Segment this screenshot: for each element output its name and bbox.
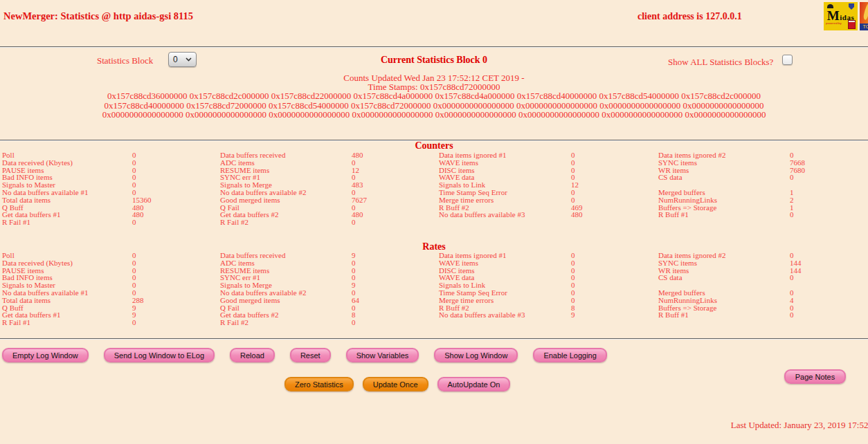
midas-logo[interactable]: Midas powered by [824, 2, 858, 30]
stat-value [790, 319, 863, 326]
zero-statistics-button[interactable]: Zero Statistics [284, 377, 354, 391]
reload-button[interactable]: Reload [230, 348, 275, 362]
stat-value: 0 [352, 159, 439, 167]
stat-value: 12 [571, 181, 658, 189]
stat-label: SYNC items [658, 159, 790, 167]
stat-value: 0 [132, 252, 220, 259]
stat-value: 9 [132, 304, 220, 312]
stat-value: 480 [132, 211, 220, 219]
timestamps-line: 0x157c88cd40000000 0x157c88cd72000000 0x… [0, 101, 868, 110]
feather-icon [863, 3, 868, 21]
show-variables-button[interactable]: Show Variables [346, 348, 419, 362]
stat-value: 480 [132, 204, 220, 212]
stat-value: 0 [571, 167, 658, 174]
stat-value: 0 [790, 274, 863, 281]
timestamps-line: 0x157c88cd36000000 0x157c88cd2c000000 0x… [0, 91, 868, 100]
stat-value: 0 [790, 289, 863, 297]
stat-label [439, 219, 571, 226]
stat-label: R Fail #2 [220, 319, 352, 326]
stat-label: Data received (Kbytes) [2, 159, 132, 167]
stat-value: 0 [571, 259, 658, 267]
stat-label: No data buffers available #3 [439, 311, 571, 319]
stat-value: 0 [132, 167, 220, 174]
stat-value [790, 281, 863, 289]
enable-logging-button[interactable]: Enable Logging [533, 348, 606, 362]
stat-label: Merge time errors [439, 196, 571, 204]
stat-value: 1 [790, 204, 863, 212]
stat-value: 8 [571, 304, 658, 312]
powered-by-text: powered by [826, 21, 842, 25]
stat-value: 9 [132, 311, 220, 319]
stat-value: 0 [571, 151, 658, 159]
stat-value: 0 [571, 252, 658, 259]
header-divider [0, 46, 868, 48]
tcl-logo[interactable]: TCL [860, 2, 868, 30]
stat-value: 0 [352, 274, 439, 281]
update-once-button[interactable]: Update Once [363, 377, 428, 391]
stat-value: 15360 [132, 196, 220, 204]
stat-value: 0 [571, 297, 658, 304]
stat-label: WAVE items [439, 159, 571, 167]
stat-value: 0 [790, 304, 863, 312]
stat-value: 0 [132, 174, 220, 181]
stat-value: 9 [352, 252, 439, 259]
client-address-text: client address is 127.0.0.1 [638, 11, 742, 22]
stat-label: SYNC items [658, 259, 790, 267]
stat-label: No data buffers available #3 [439, 211, 571, 219]
stat-label: R Buff #1 [658, 211, 790, 219]
stat-value: 64 [352, 297, 439, 304]
stat-label: ADC items [220, 259, 352, 267]
stat-label: Total data items [2, 196, 132, 204]
stat-label: ADC items [220, 159, 352, 167]
stat-label: R Fail #2 [220, 219, 352, 226]
update-buttons-row: Zero StatisticsUpdate OnceAutoUpdate On [284, 377, 510, 391]
stat-label: CS data [658, 274, 790, 281]
stat-value: 480 [352, 211, 439, 219]
stat-value [790, 219, 863, 226]
stat-value [790, 181, 863, 189]
stat-value: 0 [571, 159, 658, 167]
send-log-window-to-elog-button[interactable]: Send Log Window to ELog [104, 348, 215, 362]
stat-value: 7680 [790, 167, 863, 174]
show-all-checkbox[interactable] [782, 55, 793, 65]
stat-value: 144 [790, 259, 863, 267]
autoupdate-on-button[interactable]: AutoUpdate On [437, 377, 511, 391]
stat-value: 480 [352, 151, 439, 159]
stat-label: CS data [658, 174, 790, 181]
stat-value: 0 [571, 289, 658, 297]
page-notes-button[interactable]: Page Notes [784, 369, 846, 384]
rates-table: Poll0Data buffers received9Data items ig… [2, 252, 863, 326]
powered-by-logo-icon [848, 20, 856, 29]
last-updated-text: Last Updated: January 23, 2019 17:52: [731, 420, 868, 431]
stat-value: 0 [352, 289, 439, 297]
stat-value: 0 [132, 259, 220, 267]
stat-value: 0 [352, 204, 439, 212]
rates-heading: Rates [0, 241, 868, 252]
newmerger-statistics-page: NewMerger: Statistics @ http aidas-gsi 8… [0, 0, 868, 444]
stat-label [439, 319, 571, 326]
empty-log-window-button[interactable]: Empty Log Window [2, 348, 89, 362]
show-log-window-button[interactable]: Show Log Window [434, 348, 518, 362]
show-all-statistics-label: Show ALL Statistics Blocks? [668, 57, 773, 68]
stat-value: 0 [571, 174, 658, 181]
page-title: NewMerger: Statistics @ http aidas-gsi 8… [3, 10, 193, 22]
stat-value: 7627 [352, 196, 439, 204]
stat-label [658, 319, 790, 326]
stat-value: 0 [571, 281, 658, 289]
stat-value: 9 [352, 281, 439, 289]
reset-button[interactable]: Reset [290, 348, 331, 362]
stat-label: Total data items [2, 297, 132, 304]
stat-value: 0 [352, 174, 439, 181]
stat-value: 12 [352, 167, 439, 174]
stat-value: 0 [790, 311, 863, 319]
stat-value: 0 [132, 267, 220, 275]
timestamps-block: Counts Updated Wed Jan 23 17:52:12 CET 2… [0, 73, 868, 119]
stat-value: 144 [790, 267, 863, 275]
stat-value: 0 [571, 196, 658, 204]
stat-label: NumRunningLinks [658, 297, 790, 304]
stat-label: Data received (Kbytes) [2, 259, 132, 267]
stat-value: 0 [132, 151, 220, 159]
stat-value: 9 [571, 311, 658, 319]
stat-value: 0 [132, 289, 220, 297]
stat-label: R Fail #1 [2, 319, 132, 326]
